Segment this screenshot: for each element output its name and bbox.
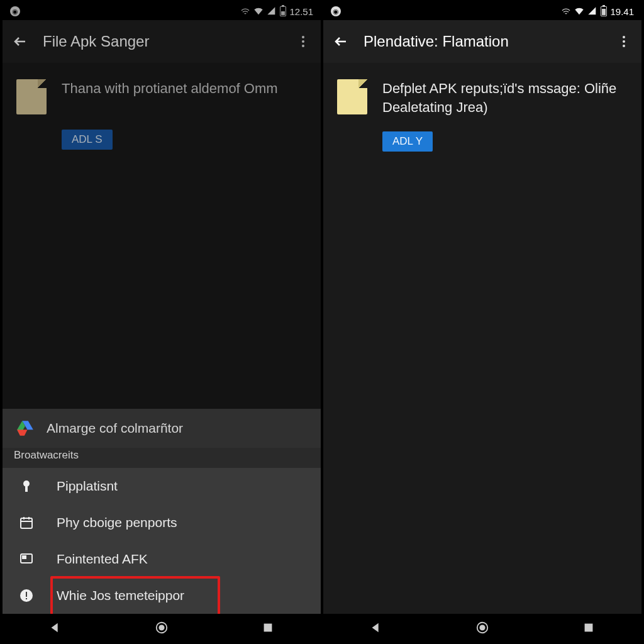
sheet-item-whie[interactable]: Whie Jos temeteippor bbox=[3, 577, 321, 614]
battery-icon bbox=[601, 6, 607, 16]
file-item[interactable]: Thana with protianet aldemof Omm bbox=[3, 63, 321, 121]
wifi-icon bbox=[253, 6, 264, 16]
back-icon[interactable] bbox=[333, 34, 348, 49]
svg-rect-13 bbox=[584, 624, 592, 632]
sheet-item-fointented[interactable]: Fointented AFK bbox=[3, 541, 321, 577]
wifi-outline-icon bbox=[240, 6, 250, 16]
back-icon[interactable] bbox=[13, 34, 28, 49]
status-bar: ◉ 19.41 bbox=[323, 3, 641, 20]
sheet-header[interactable]: Almarge cof colmarñtor bbox=[3, 409, 321, 448]
battery-icon bbox=[280, 6, 286, 16]
svg-point-12 bbox=[480, 625, 484, 630]
nav-recent-icon[interactable] bbox=[580, 619, 597, 636]
sheet-items: Pipplatisnt Phy cboige penports Fointent… bbox=[3, 468, 321, 614]
sheet-item-label: Whie Jos temeteippor bbox=[57, 588, 184, 603]
sheet-section-label: Broatwacreits bbox=[3, 448, 321, 468]
pin-icon bbox=[19, 479, 34, 494]
file-item[interactable]: Defplet APK reputs;ïd's mssage: Oliñe De… bbox=[323, 63, 641, 123]
svg-rect-6 bbox=[26, 592, 27, 597]
location-icon: ◉ bbox=[331, 6, 341, 16]
clock: 19.41 bbox=[610, 6, 634, 17]
sheet-item-label: Fointented AFK bbox=[57, 552, 148, 567]
nav-recent-icon[interactable] bbox=[260, 619, 276, 636]
calendar-icon bbox=[19, 515, 34, 530]
svg-rect-2 bbox=[21, 518, 32, 528]
phone-screen-left: ◉ 12.51 File Apk Sanger Thana with proti… bbox=[3, 3, 321, 641]
file-icon bbox=[16, 79, 47, 114]
action-bar: File Apk Sanger bbox=[3, 20, 321, 63]
svg-rect-1 bbox=[25, 486, 28, 492]
nav-bar bbox=[3, 614, 321, 641]
file-title: Defplet APK reputs;ïd's mssage: Oliñe De… bbox=[382, 79, 628, 116]
svg-rect-4 bbox=[23, 556, 26, 558]
bottom-sheet: Almarge cof colmarñtor Broatwacreits Pip… bbox=[3, 409, 321, 614]
sheet-item-pipplatisnt[interactable]: Pipplatisnt bbox=[3, 468, 321, 504]
signal-icon bbox=[267, 6, 277, 16]
sheet-item-label: Phy cboige penports bbox=[57, 515, 177, 530]
sheet-item-phy[interactable]: Phy cboige penports bbox=[3, 504, 321, 541]
action-bar: Plendative: Flamation bbox=[323, 20, 641, 63]
content-area: Defplet APK reputs;ïd's mssage: Oliñe De… bbox=[323, 63, 641, 641]
nav-home-icon[interactable] bbox=[474, 619, 491, 636]
wifi-outline-icon bbox=[561, 6, 571, 16]
file-title: Thana with protianet aldemof Omm bbox=[62, 79, 307, 114]
page-title: File Apk Sanger bbox=[43, 33, 280, 50]
svg-point-0 bbox=[23, 480, 30, 487]
phone-screen-right: ◉ 19.41 Plendative: Flamation Defplet AP… bbox=[323, 3, 641, 641]
nav-bar bbox=[323, 614, 641, 641]
nav-back-icon[interactable] bbox=[368, 619, 384, 636]
nav-home-icon[interactable] bbox=[153, 619, 170, 636]
clock: 12.51 bbox=[289, 6, 313, 17]
file-icon bbox=[337, 79, 367, 114]
alert-icon bbox=[19, 588, 34, 603]
nav-back-icon[interactable] bbox=[47, 619, 64, 636]
svg-point-9 bbox=[159, 625, 164, 630]
page-title: Plendative: Flamation bbox=[364, 33, 601, 50]
sheet-title: Almarge cof colmarñtor bbox=[47, 421, 183, 436]
svg-rect-10 bbox=[264, 624, 272, 632]
location-icon: ◉ bbox=[10, 6, 20, 16]
overflow-menu-icon[interactable] bbox=[616, 34, 631, 49]
svg-rect-7 bbox=[26, 598, 27, 599]
wifi-icon bbox=[574, 6, 584, 16]
sheet-item-label: Pipplatisnt bbox=[57, 479, 118, 494]
overflow-menu-icon[interactable] bbox=[296, 34, 311, 49]
signal-icon bbox=[587, 6, 597, 16]
adl-button[interactable]: ADL Y bbox=[382, 131, 433, 152]
adl-button[interactable]: ADL S bbox=[62, 130, 113, 150]
square-icon bbox=[19, 552, 34, 567]
status-bar: ◉ 12.51 bbox=[3, 3, 321, 20]
drive-icon bbox=[16, 420, 34, 436]
